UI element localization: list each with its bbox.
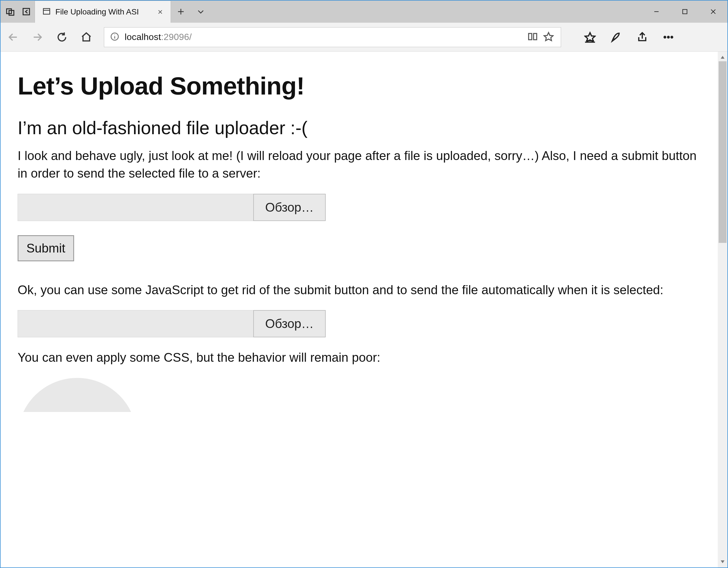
svg-marker-25	[721, 561, 724, 563]
new-tab-button[interactable]	[171, 1, 191, 23]
url-host: localhost	[125, 32, 161, 42]
svg-point-15	[114, 34, 115, 35]
file-input-row-1: Обзор…	[18, 194, 701, 221]
vertical-scrollbar[interactable]	[718, 52, 727, 567]
page-title: Let’s Upload Something!	[18, 72, 701, 100]
file-input-row-2: Обзор…	[18, 310, 701, 337]
svg-marker-24	[721, 56, 724, 59]
url-port: :29096	[161, 32, 189, 42]
window-controls	[642, 1, 727, 23]
titlebar: File Uploading With ASI ×	[1, 1, 727, 23]
page-icon	[42, 7, 51, 17]
more-menu-icon[interactable]	[662, 30, 675, 44]
svg-point-23	[671, 36, 673, 38]
scroll-track[interactable]	[718, 61, 727, 558]
svg-rect-3	[43, 9, 50, 14]
viewport: Let’s Upload Something! I’m an old-fashi…	[1, 52, 727, 567]
favorites-hub-icon[interactable]	[583, 30, 597, 44]
tab-strip-actions	[171, 1, 211, 23]
reading-view-icon[interactable]	[527, 31, 538, 43]
browse-button-1[interactable]: Обзор…	[253, 194, 326, 221]
refresh-button[interactable]	[55, 30, 69, 44]
tab-preview-button[interactable]	[191, 1, 211, 23]
back-button[interactable]	[6, 30, 20, 44]
home-button[interactable]	[80, 30, 93, 44]
tab-actions-icon[interactable]	[5, 6, 16, 17]
svg-point-21	[664, 36, 666, 38]
scroll-thumb[interactable]	[719, 61, 727, 243]
notes-icon[interactable]	[609, 30, 623, 44]
browser-window: File Uploading With ASI ×	[0, 0, 728, 568]
scroll-down-arrow[interactable]	[718, 558, 727, 566]
url-path: /	[189, 32, 192, 42]
site-info-icon[interactable]	[110, 32, 120, 43]
svg-rect-8	[683, 9, 687, 14]
svg-marker-16	[544, 32, 553, 41]
toolbar-right	[583, 30, 675, 44]
styled-uploader-preview	[18, 378, 137, 412]
paragraph-2: Ok, you can use some JavaScript to get r…	[18, 281, 699, 299]
svg-rect-2	[23, 9, 30, 15]
browser-tab[interactable]: File Uploading With ASI ×	[35, 1, 171, 23]
file-name-field-2[interactable]	[18, 310, 253, 337]
set-aside-tabs-icon[interactable]	[21, 6, 32, 17]
page-content: Let’s Upload Something! I’m an old-fashi…	[1, 52, 718, 567]
close-tab-icon[interactable]: ×	[156, 7, 164, 17]
paragraph-3: You can even apply some CSS, but the beh…	[18, 349, 699, 366]
tab-title: File Uploading With ASI	[55, 7, 151, 16]
browse-button-2[interactable]: Обзор…	[253, 310, 326, 337]
close-window-button[interactable]	[699, 1, 727, 23]
minimize-button[interactable]	[642, 1, 671, 23]
scroll-up-arrow[interactable]	[718, 53, 727, 61]
file-name-field[interactable]	[18, 194, 253, 221]
toolbar: localhost:29096/	[1, 23, 727, 52]
address-bar[interactable]: localhost:29096/	[104, 27, 561, 47]
maximize-button[interactable]	[671, 1, 699, 23]
page-subtitle: I’m an old-fashioned file uploader :-(	[18, 118, 701, 139]
paragraph-1: I look and behave ugly, just look at me!…	[18, 147, 699, 183]
titlebar-left	[1, 1, 32, 23]
share-icon[interactable]	[635, 30, 649, 44]
svg-point-22	[668, 36, 669, 38]
favorite-star-icon[interactable]	[543, 31, 554, 43]
url-text: localhost:29096/	[125, 32, 192, 42]
submit-button[interactable]: Submit	[18, 235, 74, 261]
forward-button[interactable]	[31, 30, 44, 44]
